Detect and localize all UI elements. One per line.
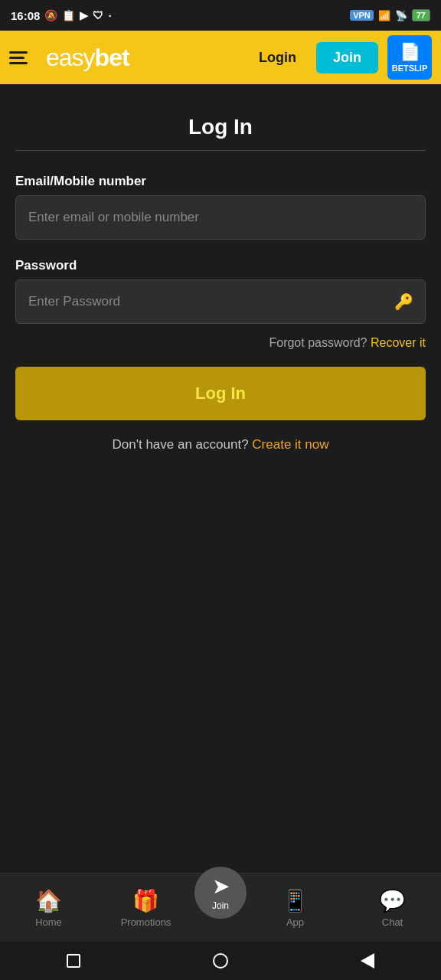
nav-chat[interactable]: 💬 Chat — [344, 888, 441, 928]
nav-promotions-label: Promotions — [121, 916, 172, 928]
nav-app-label: App — [286, 916, 304, 928]
password-wrapper: 🔑 — [15, 279, 426, 324]
password-input[interactable] — [15, 279, 426, 324]
notification-icon: 🔕 — [44, 9, 57, 21]
join-arrow-icon: ➤ — [212, 874, 230, 899]
betslip-button[interactable]: 📄 BETSLIP — [387, 35, 432, 80]
triangle-icon — [361, 953, 374, 969]
promotions-icon: 🎁 — [132, 888, 159, 913]
nav-join-label: Join — [212, 900, 229, 911]
main-content: Log In Email/Mobile number Password 🔑 Fo… — [0, 84, 441, 873]
forgot-text: Forgot password? — [269, 336, 367, 349]
betslip-label: BETSLIP — [392, 64, 427, 73]
recents-button[interactable] — [352, 949, 383, 972]
login-button[interactable]: Login — [248, 44, 307, 72]
betslip-icon: 📄 — [400, 42, 420, 62]
nav-home-label: Home — [35, 916, 62, 928]
no-account-text: Don't have an account? — [113, 437, 249, 452]
youtube-icon: ▶ — [80, 9, 88, 21]
nav-promotions[interactable]: 🎁 Promotions — [97, 888, 194, 928]
time: 16:08 — [11, 9, 40, 22]
clipboard-icon: 📋 — [62, 9, 75, 21]
nav-join-button[interactable]: ➤ Join — [194, 867, 247, 919]
square-icon — [67, 954, 80, 968]
wifi-icon: 📡 — [395, 10, 407, 21]
home-button[interactable] — [205, 949, 236, 972]
circle-icon — [213, 953, 228, 969]
back-button[interactable] — [58, 949, 89, 972]
chat-icon: 💬 — [379, 888, 406, 913]
signal-icon: 📶 — [378, 10, 390, 21]
battery-indicator: 77 — [412, 9, 430, 21]
vpn-badge: VPN — [350, 10, 374, 21]
log-in-button[interactable]: Log In — [15, 367, 426, 420]
nav-home[interactable]: 🏠 Home — [0, 888, 97, 928]
dot-icon: · — [108, 9, 111, 22]
bottom-nav: 🏠 Home 🎁 Promotions ➤ Join 📱 App 💬 Chat — [0, 873, 441, 942]
menu-icon[interactable] — [9, 51, 37, 64]
home-icon: 🏠 — [35, 888, 62, 913]
app-icon: 📱 — [282, 888, 309, 913]
create-account-container: Don't have an account? Create it now — [15, 437, 426, 452]
status-bar: 16:08 🔕 📋 ▶ 🛡 · VPN 📶 📡 77 — [0, 0, 441, 31]
create-account-link[interactable]: Create it now — [252, 437, 328, 452]
recover-link[interactable]: Recover it — [371, 336, 426, 349]
email-label: Email/Mobile number — [15, 174, 426, 189]
join-button[interactable]: Join — [316, 42, 378, 74]
email-input[interactable] — [15, 195, 426, 240]
login-form: Email/Mobile number Password 🔑 Forgot pa… — [15, 174, 426, 452]
status-left: 16:08 🔕 📋 ▶ 🛡 · — [11, 9, 112, 22]
nav-chat-label: Chat — [382, 916, 403, 928]
page-title: Log In — [188, 115, 253, 139]
forgot-password-container: Forgot password? Recover it — [15, 336, 426, 350]
password-label: Password — [15, 258, 426, 273]
nav-app[interactable]: 📱 App — [247, 888, 344, 928]
header: easybet Login Join 📄 BETSLIP — [0, 31, 441, 84]
system-nav — [0, 942, 441, 980]
key-icon: 🔑 — [394, 292, 413, 311]
logo: easybet — [46, 44, 239, 72]
title-divider — [15, 150, 426, 151]
shield-icon: 🛡 — [93, 9, 103, 21]
status-right: VPN 📶 📡 77 — [350, 9, 430, 21]
